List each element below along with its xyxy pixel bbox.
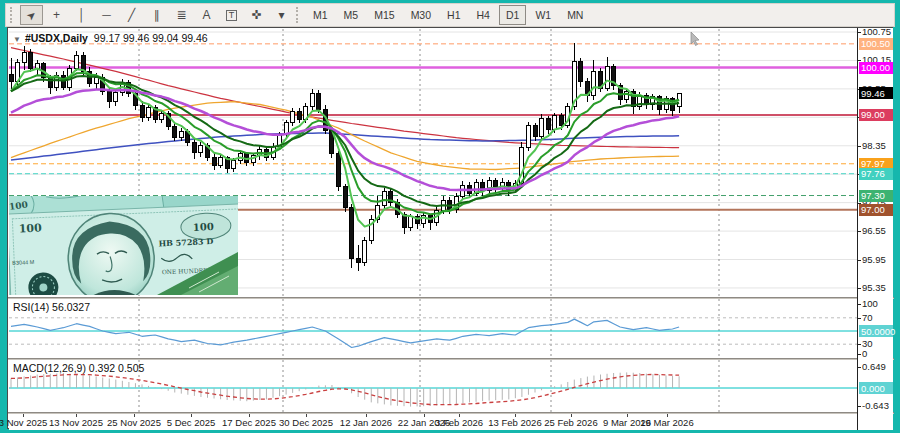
macd-indicator-label: MACD(12,26,9) 0.392 0.505 (13, 362, 144, 374)
svg-text:B3044 M: B3044 M (12, 259, 35, 266)
application-frame: ➤+│─╱∥≣AT✜▾ M1M5M15M30H1H4D1W1MN ▼#USDX,… (0, 0, 900, 433)
candle-body (22, 52, 26, 62)
vertical-line-tool-button[interactable]: │ (70, 5, 93, 25)
price-tag-97.30: 97.30 (859, 190, 893, 202)
macd-signal-line (11, 375, 679, 405)
candle-body (337, 154, 341, 187)
candle-body (199, 145, 203, 153)
price-tag-100.00: 100.00 (859, 62, 893, 74)
macd-axis-label: -0.643 (862, 400, 889, 411)
candle-body (9, 75, 13, 82)
candle-body (179, 131, 183, 138)
candle-body (317, 94, 321, 110)
price-tag-100.50: 100.50 (859, 38, 893, 50)
candle-body (310, 94, 314, 107)
date-label: 25 Nov 2025 (102, 417, 166, 428)
candle-body (219, 158, 223, 166)
timeframe-button-M5[interactable]: M5 (337, 5, 366, 25)
candle-body (540, 119, 544, 137)
timeframe-button-M30[interactable]: M30 (404, 5, 438, 25)
current-price-tag: 99.46 (859, 87, 893, 99)
rsi-panel-plot[interactable] (9, 299, 857, 358)
toolbar-grip[interactable] (10, 7, 15, 23)
date-label: 12 Jan 2026 (334, 417, 398, 428)
macd-zero-tag: 0.000 (859, 382, 893, 394)
rsi-axis-label: 0 (862, 348, 867, 359)
date-axis: 3 Nov 202513 Nov 202525 Nov 20255 Dec 20… (9, 414, 857, 430)
candle-body (363, 241, 367, 263)
rsi-indicator-label: RSI(14) 56.0327 (13, 301, 90, 313)
trendline-tool-button[interactable]: ╱ (120, 5, 143, 25)
panel-separator[interactable] (8, 358, 894, 360)
candle-body (625, 91, 629, 100)
candle-body (356, 258, 360, 263)
candle-body (409, 217, 413, 228)
toolbar: ➤+│─╱∥≣AT✜▾ M1M5M15M30H1H4D1W1MN (5, 3, 895, 27)
chart-title: ▼#USDX,Daily 99.17 99.46 99.04 99.46 (13, 32, 208, 44)
rsi-mid-tag: 50.0000 (859, 325, 893, 337)
candle-body (147, 108, 151, 117)
price-axis-label: 95.95 (862, 254, 886, 265)
timeframe-button-H4[interactable]: H4 (470, 5, 497, 25)
candle-body (140, 105, 144, 117)
timeframe-button-MN[interactable]: MN (560, 5, 590, 25)
panel-separator[interactable] (8, 297, 894, 299)
price-axis-label: 95.35 (862, 282, 886, 293)
candle-body (291, 111, 295, 122)
timeframe-button-M1[interactable]: M1 (306, 5, 335, 25)
price-tag-97.76: 97.76 (859, 168, 893, 180)
dollar-bill-image: 100 100 100 HB 57283 (9, 196, 238, 295)
fibonacci-tool-button[interactable]: ≣ (170, 5, 193, 25)
arrows-tool-button[interactable]: ✜ (245, 5, 268, 25)
crosshair-tool-button[interactable]: + (45, 5, 68, 25)
rsi-axis-label: 70 (862, 312, 873, 323)
date-label: 5 Dec 2025 (159, 417, 223, 428)
date-label: 25 Feb 2026 (539, 417, 603, 428)
candle-body (546, 119, 550, 129)
date-label: 17 Dec 2025 (217, 417, 281, 428)
date-label: 19 Mar 2026 (635, 417, 699, 428)
chart-window: ▼#USDX,Daily 99.17 99.46 99.04 99.46 RSI… (7, 27, 893, 429)
candle-body (526, 125, 530, 147)
horizontal-line-tool-button[interactable]: ─ (95, 5, 118, 25)
candle-body (75, 55, 79, 68)
candle-body (160, 113, 164, 120)
rsi-axis-label: 100 (862, 298, 878, 309)
timeframe-button-W1[interactable]: W1 (528, 5, 558, 25)
macd-axis-label: 0.649 (862, 361, 886, 372)
price-tag-97.00: 97.00 (859, 204, 893, 216)
svg-text:100: 100 (193, 221, 214, 233)
ema-purple-line (11, 89, 679, 190)
candle-body (350, 207, 354, 258)
timeframe-button-H1[interactable]: H1 (440, 5, 467, 25)
candle-body (107, 91, 111, 101)
candle-body (192, 142, 196, 152)
chart-dropdown-icon[interactable]: ▼ (13, 35, 21, 44)
candle-body (592, 71, 596, 96)
candle-body (173, 126, 177, 137)
timeframe-grip[interactable] (296, 7, 301, 23)
price-tag-99.00: 99.00 (859, 109, 893, 121)
date-label: 30 Dec 2025 (274, 417, 338, 428)
svg-text:100: 100 (19, 222, 43, 236)
text-tool-button[interactable]: A (195, 5, 218, 25)
timeframe-button-D1[interactable]: D1 (499, 5, 526, 25)
text-label-tool-button[interactable]: T (220, 5, 243, 25)
equidistant-channel-tool-button[interactable]: ∥ (145, 5, 168, 25)
candle-body (559, 116, 563, 125)
candle-body (212, 158, 216, 166)
price-axis-label: 98.35 (862, 140, 886, 151)
date-label: 13 Feb 2026 (483, 417, 547, 428)
price-axis-label: 100.75 (862, 26, 891, 37)
timeframe-button-M15[interactable]: M15 (367, 5, 401, 25)
price-axis-label: 96.55 (862, 225, 886, 236)
drawing-tools-group: ➤+│─╱∥≣AT✜▾ (19, 5, 294, 25)
date-label: 13 Nov 2025 (44, 417, 108, 428)
candle-body (605, 67, 609, 89)
candle-body (343, 187, 347, 207)
candle-body (297, 111, 301, 120)
arrows-dropdown[interactable]: ▾ (270, 5, 293, 25)
cursor-tool-button[interactable]: ➤ (20, 5, 43, 25)
chart-symbol-label: #USDX,Daily (25, 32, 88, 44)
candle-body (382, 192, 386, 205)
